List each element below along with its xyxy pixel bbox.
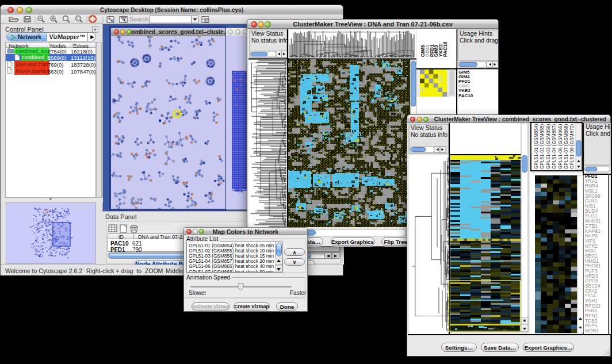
svg-text:Click and drag tc: Click and drag tc <box>460 37 498 44</box>
svg-text:GPL51-06 (GSM865): GPL51-06 (GSM865) <box>557 124 563 169</box>
svg-text:GPL51-01 (GSM854): GPL51-01 (GSM854) <box>533 124 539 169</box>
svg-text:PAC10: PAC10 <box>458 93 473 98</box>
svg-text:Click and: Click and <box>586 130 610 137</box>
svg-text:Usage Hints: Usage Hints <box>460 30 492 37</box>
svg-text:GPL51-02 (GSM855): GPL51-02 (GSM855) <box>539 124 545 169</box>
svg-text:GPL51-03 (GSM856): GPL51-03 (GSM856) <box>545 124 551 169</box>
svg-text:GPL51-08 (GSM872): GPL51-08 (GSM872) <box>569 124 575 169</box>
svg-text:MON2: MON2 <box>585 328 599 334</box>
svg-text:GPL51-07 (GSM868): GPL51-07 (GSM868) <box>563 124 569 169</box>
svg-text:No status info f: No status info f <box>251 37 292 44</box>
svg-text:Usage Hi: Usage Hi <box>586 123 610 130</box>
svg-text:Search:: Search: <box>129 16 150 22</box>
svg-text:GPL51-04 (GSM857): GPL51-04 (GSM857) <box>551 124 557 169</box>
svg-text:No status info …: No status info … <box>411 131 456 138</box>
svg-text:View Status: View Status <box>251 30 283 37</box>
svg-text:PAC10: PAC10 <box>442 41 448 57</box>
svg-text:View Status: View Status <box>411 124 442 131</box>
svg-text:1:1: 1:1 <box>76 17 81 20</box>
